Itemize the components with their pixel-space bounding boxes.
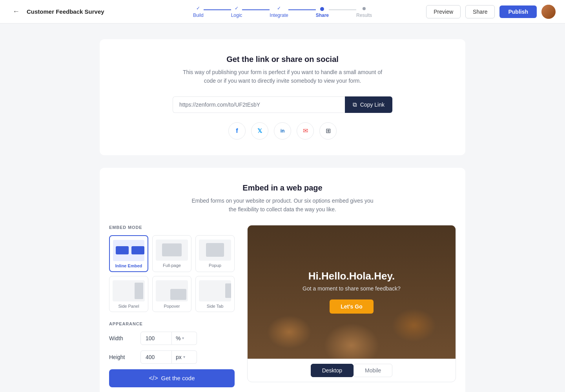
step-line-1 bbox=[204, 9, 231, 10]
mode-inline-embed[interactable]: Inline Embed bbox=[109, 235, 148, 272]
share-section: Get the link or share on social This way… bbox=[100, 39, 465, 155]
twitter-button[interactable]: 𝕏 bbox=[251, 122, 268, 140]
step-line-4 bbox=[329, 9, 356, 10]
linkedin-button[interactable]: in bbox=[274, 122, 291, 140]
mode-side-tab[interactable]: Side Tab bbox=[195, 276, 235, 312]
get-code-button[interactable]: </> Get the code bbox=[109, 369, 235, 387]
step-results-label: Results bbox=[356, 13, 372, 18]
embed-body: EMBED MODE Inline Embed bbox=[109, 225, 456, 387]
width-input[interactable] bbox=[140, 332, 172, 345]
side-panel-icon bbox=[113, 280, 145, 301]
copy-icon: ⧉ bbox=[353, 101, 357, 108]
preview-content: Hi.Hello.Hola.Hey. Got a moment to share… bbox=[303, 270, 401, 314]
social-row: f 𝕏 in ✉ ⊞ bbox=[109, 122, 456, 140]
inline-embed-label: Inline Embed bbox=[113, 263, 144, 268]
embed-section: Embed in a web page Embed forms on your … bbox=[100, 168, 465, 392]
logic-check-icon: ✓ bbox=[235, 5, 239, 11]
preview-form-subtitle: Got a moment to share some feedback? bbox=[303, 285, 401, 292]
mobile-tab-button[interactable]: Mobile bbox=[354, 364, 392, 377]
mode-full-page[interactable]: Full-page bbox=[152, 235, 191, 272]
survey-title: Customer Feedback Survey bbox=[27, 8, 104, 15]
link-input[interactable] bbox=[173, 96, 345, 113]
step-logic-label: Logic bbox=[231, 13, 242, 18]
width-row: Width % ▾ bbox=[109, 332, 235, 345]
embed-description: Embed forms on your website or product. … bbox=[109, 196, 456, 214]
width-unit-select[interactable]: % ▾ bbox=[172, 332, 197, 345]
share-description: This way of publishing your form is perf… bbox=[109, 68, 456, 85]
results-dot-icon bbox=[363, 7, 366, 10]
email-button[interactable]: ✉ bbox=[297, 122, 314, 140]
step-results[interactable]: Results bbox=[356, 7, 372, 18]
step-share-label: Share bbox=[316, 13, 329, 18]
mode-popover[interactable]: Popover bbox=[152, 276, 191, 312]
full-page-label: Full-page bbox=[156, 263, 188, 268]
popover-icon bbox=[156, 280, 188, 301]
embed-title: Embed in a web page bbox=[109, 183, 456, 192]
appearance-label: APPEARANCE bbox=[109, 321, 235, 326]
qr-button[interactable]: ⊞ bbox=[319, 122, 337, 140]
step-line-3 bbox=[288, 9, 316, 10]
get-code-label: Get the code bbox=[161, 375, 195, 381]
embed-controls: EMBED MODE Inline Embed bbox=[109, 225, 235, 387]
embed-modes: Inline Embed Full-page Pop bbox=[109, 235, 235, 312]
step-share[interactable]: Share bbox=[316, 7, 329, 18]
popover-label: Popover bbox=[156, 304, 188, 309]
step-logic[interactable]: ✓ Logic bbox=[231, 5, 242, 18]
height-row: Height px ▾ bbox=[109, 350, 235, 364]
desktop-tab-button[interactable]: Desktop bbox=[311, 364, 354, 377]
topnav: ← Customer Feedback Survey ✓ Build ✓ Log… bbox=[0, 0, 565, 24]
width-unit-chevron: ▾ bbox=[182, 336, 184, 340]
step-integrate-label: Integrate bbox=[270, 13, 288, 18]
preview-button[interactable]: Preview bbox=[426, 5, 461, 18]
topnav-left: ← Customer Feedback Survey bbox=[9, 6, 111, 17]
avatar bbox=[541, 5, 556, 19]
height-unit-chevron: ▾ bbox=[183, 355, 185, 359]
publish-button[interactable]: Publish bbox=[499, 5, 537, 18]
step-line-2 bbox=[242, 9, 270, 10]
share-title: Get the link or share on social bbox=[109, 55, 456, 64]
width-unit-value: % bbox=[176, 335, 180, 341]
height-input[interactable] bbox=[140, 350, 172, 364]
width-label: Width bbox=[109, 335, 140, 341]
share-dot-icon bbox=[320, 7, 324, 11]
height-unit-value: px bbox=[176, 354, 182, 360]
avatar-image bbox=[541, 5, 556, 19]
popup-label: Popup bbox=[199, 263, 231, 268]
mode-popup[interactable]: Popup bbox=[195, 235, 235, 272]
preview-background: Hi.Hello.Hola.Hey. Got a moment to share… bbox=[248, 225, 456, 359]
integrate-check-icon: ✓ bbox=[277, 5, 281, 11]
copy-link-label: Copy Link bbox=[360, 102, 385, 108]
preview-tab-bar: Desktop Mobile bbox=[248, 359, 456, 382]
copy-link-button[interactable]: ⧉ Copy Link bbox=[345, 96, 392, 113]
code-icon: </> bbox=[149, 375, 158, 382]
embed-preview: Hi.Hello.Hola.Hey. Got a moment to share… bbox=[247, 225, 456, 382]
facebook-button[interactable]: f bbox=[228, 122, 246, 140]
embed-mode-label: EMBED MODE bbox=[109, 225, 235, 230]
step-build-label: Build bbox=[193, 13, 204, 18]
popup-icon bbox=[199, 240, 231, 261]
side-panel-label: Side Panel bbox=[113, 304, 145, 309]
steps-nav: ✓ Build ✓ Logic ✓ Integrate Share bbox=[193, 5, 372, 18]
height-unit-select[interactable]: px ▾ bbox=[172, 350, 197, 364]
back-button[interactable]: ← bbox=[9, 6, 23, 17]
side-tab-label: Side Tab bbox=[199, 304, 231, 309]
step-integrate[interactable]: ✓ Integrate bbox=[270, 5, 288, 18]
step-build[interactable]: ✓ Build bbox=[193, 5, 204, 18]
height-label: Height bbox=[109, 354, 140, 360]
link-row: ⧉ Copy Link bbox=[173, 96, 392, 113]
side-tab-icon bbox=[199, 280, 231, 301]
topnav-right: Preview Share Publish bbox=[426, 5, 556, 19]
inline-embed-icon bbox=[113, 240, 144, 261]
build-check-icon: ✓ bbox=[196, 5, 200, 11]
preview-cta-button[interactable]: Let's Go bbox=[330, 299, 373, 314]
steps-wrapper: ✓ Build ✓ Logic ✓ Integrate Share bbox=[193, 5, 372, 18]
main-content: Get the link or share on social This way… bbox=[90, 24, 475, 392]
full-page-icon bbox=[156, 240, 188, 261]
mode-side-panel[interactable]: Side Panel bbox=[109, 276, 148, 312]
preview-form-title: Hi.Hello.Hola.Hey. bbox=[303, 270, 401, 282]
share-button[interactable]: Share bbox=[465, 5, 495, 18]
